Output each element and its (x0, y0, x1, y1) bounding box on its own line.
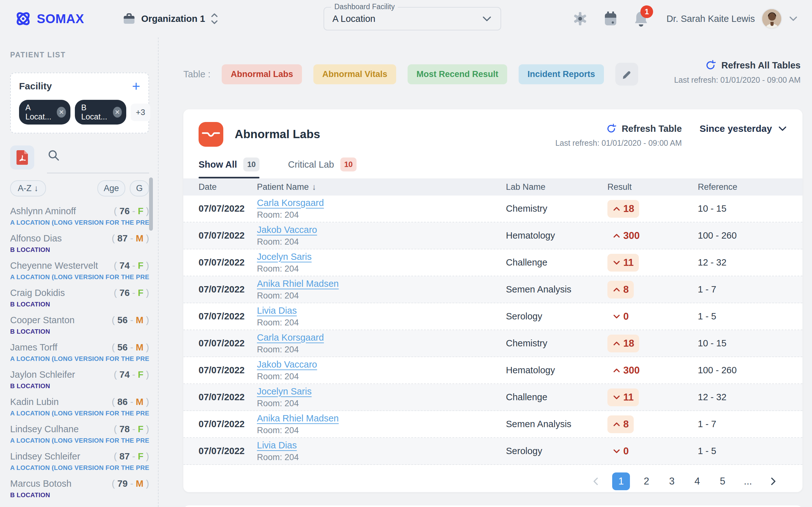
tab-count-badge: 10 (340, 158, 357, 171)
cell-reference: 1 - 7 (698, 419, 803, 429)
patient-list-item[interactable]: Cheyenne Westervelt( 74 - F )A LOCATION … (10, 257, 149, 285)
patient-link[interactable]: Jocelyn Saris (257, 251, 311, 262)
page-button-1[interactable]: 1 (612, 472, 630, 490)
patient-row-top: Cheyenne Westervelt( 74 - F ) (10, 261, 149, 271)
dashboard-facility-label: Dashboard Facility (331, 3, 398, 11)
table-type-chip[interactable]: Most Recend Result (408, 64, 507, 84)
add-facility-button[interactable]: + (132, 81, 140, 91)
export-pdf-button[interactable] (10, 146, 34, 170)
cell-lab-name: Semen Analysis (506, 419, 607, 429)
notifications-button[interactable]: 1 (633, 10, 649, 27)
user-menu[interactable]: Dr. Sarah Kaite Lewis (666, 8, 798, 29)
dashboard-facility-select[interactable]: Dashboard Facility A Location (323, 7, 501, 31)
patient-link[interactable]: Jocelyn Saris (257, 386, 311, 396)
refresh-all-block: Refresh All Tables Last refresh: 01/01/2… (674, 60, 801, 84)
patient-list-item[interactable]: Marcus Saris( 86 - M )B LOCATION (10, 503, 149, 507)
sidebar-scrollbar[interactable] (149, 177, 153, 231)
patient-link[interactable]: Jakob Vaccaro (257, 225, 317, 235)
patient-list-item[interactable]: Lindsey Culhane( 78 - F )A LOCATION (LON… (10, 421, 149, 448)
column-header-patient-name[interactable]: Patient Name↓ (257, 182, 506, 192)
table-selector-label: Table : (183, 69, 210, 79)
patient-link[interactable]: Livia Dias (257, 440, 297, 450)
edit-tables-button[interactable] (615, 63, 638, 86)
patient-link[interactable]: Carla Korsgaard (257, 198, 324, 208)
sort-alphabetical-button[interactable]: A-Z ↓ (10, 180, 46, 196)
page-button-4[interactable]: 4 (688, 472, 706, 490)
cell-date: 07/07/2022 (199, 257, 257, 268)
cell-reference: 10 - 15 (698, 204, 803, 214)
caret-up-icon (612, 285, 621, 294)
sort-gender-button[interactable]: G (130, 180, 149, 196)
table-type-chip[interactable]: Abnormal Labs (222, 64, 302, 84)
patient-list-item[interactable]: Ashlynn Aminoff( 76 - F )A LOCATION (LON… (10, 203, 149, 230)
patient-link[interactable]: Livia Dias (257, 305, 297, 316)
patient-row-top: Ashlynn Aminoff( 76 - F ) (10, 206, 149, 216)
patient-list-item[interactable]: James Torff( 56 - M )A LOCATION (LONG VE… (10, 339, 149, 366)
patient-list-item[interactable]: Lindsey Schleifer( 87 - F )A LOCATION (L… (10, 448, 149, 475)
patient-row-top: Alfonso Dias( 87 - M ) (10, 233, 149, 244)
patient-gender: M (136, 506, 146, 507)
facility-more-chip[interactable]: +3 (131, 104, 150, 121)
refresh-all-tables-button[interactable]: Refresh All Tables (674, 60, 801, 71)
patient-gender: F (138, 206, 146, 216)
patient-gender: F (138, 288, 146, 298)
next-page-button[interactable] (764, 472, 782, 490)
cell-date: 07/07/2022 (199, 338, 257, 349)
remove-chip-icon[interactable]: ✕ (57, 107, 66, 118)
cell-result: 11 (607, 389, 698, 406)
result-badge: 300 (607, 361, 645, 379)
page-button-2[interactable]: 2 (638, 472, 655, 490)
table-chip-group: Abnormal LabsAbnormal VitalsMost Recend … (222, 64, 604, 84)
top-icon-group: 1 Dr. Sarah Kaite Lewis (572, 8, 798, 29)
patient-row-top: Lindsey Schleifer( 87 - F ) (10, 451, 149, 462)
page-button-3[interactable]: 3 (663, 472, 681, 490)
patient-list-item[interactable]: Kadin Lubin( 86 - M )A LOCATION (LONG VE… (10, 394, 149, 421)
patient-row-top: James Torff( 56 - M ) (10, 342, 149, 353)
patient-room: Room: 204 (257, 345, 506, 354)
patient-name: Craig Dokidis (10, 288, 65, 298)
table-row: 07/07/2022Carla KorsgaardRoom: 204Chemis… (183, 330, 803, 357)
patient-link[interactable]: Jakob Vaccaro (257, 359, 317, 370)
remove-chip-icon[interactable]: ✕ (113, 107, 122, 118)
refresh-table-button[interactable]: Refresh Table (555, 123, 682, 134)
patient-gender: F (138, 370, 146, 380)
tab-show-all[interactable]: Show All10 (199, 158, 259, 178)
patient-list-item[interactable]: Craig Dokidis( 76 - F )B LOCATION (10, 285, 149, 312)
table-type-chip[interactable]: Incident Reports (519, 64, 604, 84)
patient-link[interactable]: Carla Korsgaard (257, 332, 324, 343)
patient-row-top: Marcus Botosh( 79 - M ) (10, 478, 149, 489)
patient-name: Marcus Botosh (10, 478, 71, 489)
column-header-lab-name: Lab Name (506, 182, 607, 192)
column-header-label: Patient Name (257, 182, 309, 192)
refresh-table-label: Refresh Table (622, 124, 682, 134)
result-badge: 18 (607, 335, 639, 352)
previous-page-button[interactable] (587, 472, 605, 490)
sort-age-button[interactable]: Age (97, 180, 125, 196)
sort-arrow-down-icon: ↓ (312, 182, 316, 192)
patient-list-item[interactable]: Alfonso Dias( 87 - M )B LOCATION (10, 230, 149, 257)
patient-room: Room: 204 (257, 210, 506, 220)
cell-patient: Jakob VaccaroRoom: 204 (257, 359, 506, 382)
period-dropdown[interactable]: Since yesterday (700, 123, 787, 134)
page-button-5[interactable]: 5 (714, 472, 731, 490)
patient-list-item[interactable]: Marcus Botosh( 79 - M )B LOCATION (10, 475, 149, 503)
next-table-card-edge (183, 505, 803, 507)
column-header-result: Result (607, 182, 698, 192)
facility-chip[interactable]: B Locat...✕ (75, 100, 126, 124)
patient-room: Room: 204 (257, 318, 506, 328)
patient-list-item[interactable]: Jaylon Schleifer( 74 - F )B LOCATION (10, 366, 149, 394)
table-type-chip[interactable]: Abnormal Vitals (313, 64, 396, 84)
facility-chip[interactable]: A Locat...✕ (19, 100, 70, 124)
patient-link[interactable]: Anika Rhiel Madsen (257, 413, 339, 424)
page-button-...[interactable]: ... (739, 472, 757, 490)
patient-search-input[interactable] (47, 146, 149, 173)
sort-arrows-icon (210, 12, 218, 25)
patient-list-item[interactable]: Cooper Stanton( 56 - M )B LOCATION (10, 312, 149, 339)
settings-button[interactable] (572, 10, 589, 27)
table-row: 07/07/2022Anika Rhiel MadsenRoom: 204Sem… (183, 411, 803, 438)
calendar-button[interactable] (602, 10, 619, 27)
organization-selector[interactable]: Organization 1 (122, 12, 218, 26)
tab-critical-lab[interactable]: Critical Lab10 (288, 158, 357, 178)
patient-link[interactable]: Anika Rhiel Madsen (257, 279, 339, 289)
patient-room: Room: 204 (257, 237, 506, 247)
